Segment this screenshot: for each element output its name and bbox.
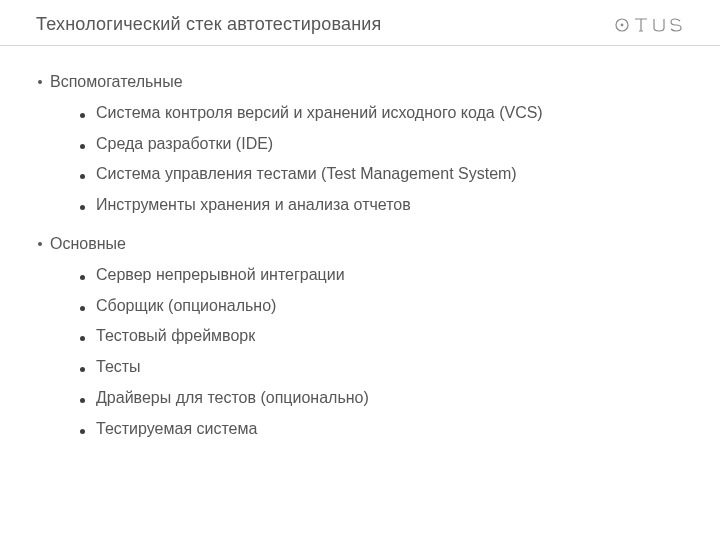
item-text: Драйверы для тестов (опционально) (96, 389, 369, 406)
section-label: Вспомогательные (50, 73, 183, 90)
section-header: Вспомогательные (36, 70, 684, 95)
slide-header: Технологический стек автотестирования (0, 0, 720, 45)
item-text: Тестовый фреймворк (96, 327, 255, 344)
item-text: Тесты (96, 358, 141, 375)
list-item: Система контроля версий и хранений исход… (76, 101, 684, 126)
item-text: Система управления тестами (Test Managem… (96, 165, 517, 182)
svg-point-1 (621, 23, 624, 26)
list-item: Сервер непрерывной интеграции (76, 263, 684, 288)
list-item: Система управления тестами (Test Managem… (76, 162, 684, 187)
list-item: Инструменты хранения и анализа отчетов (76, 193, 684, 218)
list-item: Тесты (76, 355, 684, 380)
item-text: Инструменты хранения и анализа отчетов (96, 196, 411, 213)
list-item: Тестовый фреймворк (76, 324, 684, 349)
otus-logo-icon (614, 16, 684, 34)
slide-content: Вспомогательные Система контроля версий … (0, 46, 720, 442)
slide-title: Технологический стек автотестирования (36, 14, 382, 35)
item-text: Сборщик (опционально) (96, 297, 276, 314)
item-text: Система контроля версий и хранений исход… (96, 104, 543, 121)
list-item: Среда разработки (IDE) (76, 132, 684, 157)
logo-otus (614, 16, 684, 34)
item-text: Среда разработки (IDE) (96, 135, 273, 152)
list-item: Тестируемая система (76, 417, 684, 442)
sub-list: Система контроля версий и хранений исход… (36, 101, 684, 218)
sub-list: Сервер непрерывной интеграции Сборщик (о… (36, 263, 684, 442)
section-auxiliary: Вспомогательные Система контроля версий … (36, 70, 684, 218)
section-main: Основные Сервер непрерывной интеграции С… (36, 232, 684, 442)
section-label: Основные (50, 235, 126, 252)
list-item: Драйверы для тестов (опционально) (76, 386, 684, 411)
item-text: Тестируемая система (96, 420, 257, 437)
item-text: Сервер непрерывной интеграции (96, 266, 345, 283)
section-header: Основные (36, 232, 684, 257)
list-item: Сборщик (опционально) (76, 294, 684, 319)
